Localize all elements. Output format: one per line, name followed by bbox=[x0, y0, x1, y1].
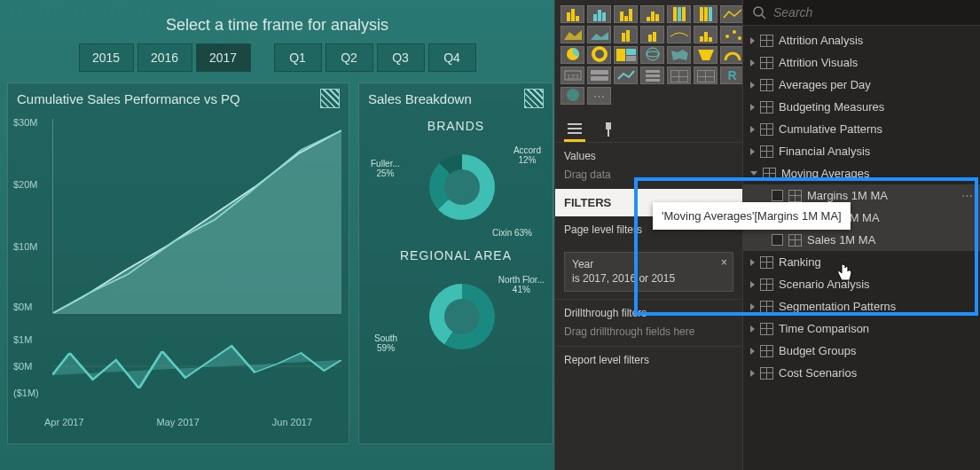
svg-point-12 bbox=[647, 48, 659, 60]
viz-100-stacked-bar-icon[interactable] bbox=[667, 5, 691, 23]
checkbox-icon[interactable] bbox=[772, 190, 783, 201]
viz-stacked-bar-icon[interactable] bbox=[561, 5, 584, 23]
table-segmentation-patterns[interactable]: Segmentation Patterns bbox=[743, 295, 980, 317]
quarter-button-q2[interactable]: Q2 bbox=[325, 43, 373, 72]
table-icon bbox=[760, 367, 773, 380]
y-tick: $30M bbox=[13, 117, 38, 128]
table-cumulative-patterns[interactable]: Cumulative Patterns bbox=[743, 118, 980, 140]
viz-funnel-icon[interactable] bbox=[694, 46, 717, 64]
brand-label: Accord12% bbox=[514, 145, 541, 165]
brands-donut[interactable]: Fuller...25% Accord12% Cixin 63% bbox=[367, 137, 545, 243]
focus-mode-icon[interactable] bbox=[320, 89, 340, 108]
viz-scatter-icon[interactable] bbox=[720, 26, 744, 43]
table-averages-per-day[interactable]: Averages per Day bbox=[743, 74, 980, 96]
viz-treemap-icon[interactable] bbox=[614, 46, 638, 64]
svg-rect-17 bbox=[591, 70, 608, 74]
focus-mode-icon[interactable] bbox=[524, 89, 544, 108]
table-icon bbox=[760, 256, 773, 269]
viz-card-icon[interactable]: 123 bbox=[561, 67, 584, 84]
table-icon bbox=[760, 145, 773, 158]
viz-100-stacked-column-icon[interactable] bbox=[694, 5, 717, 23]
field-profits-1m-ma[interactable]: Profits 1M MA bbox=[743, 207, 980, 229]
table-attrition-visuals[interactable]: Attrition Visuals bbox=[743, 51, 980, 74]
table-ranking[interactable]: Ranking bbox=[743, 251, 980, 273]
table-icon bbox=[760, 323, 773, 335]
svg-rect-24 bbox=[568, 128, 582, 129]
svg-rect-19 bbox=[646, 70, 660, 73]
table-scenario-analysis[interactable]: Scenario Analysis bbox=[743, 273, 980, 295]
table-time-comparison[interactable]: Time Comparison bbox=[743, 317, 980, 340]
svg-text:123: 123 bbox=[567, 73, 579, 81]
header-prompt: Select a time frame for analysis bbox=[7, 16, 547, 35]
quarter-button-q3[interactable]: Q3 bbox=[377, 43, 425, 72]
viz-pie-icon[interactable] bbox=[561, 46, 584, 64]
table-icon bbox=[760, 35, 773, 47]
quarter-button-q1[interactable]: Q1 bbox=[274, 43, 322, 72]
viz-import-icon[interactable]: ⋯ bbox=[587, 87, 611, 105]
svg-rect-26 bbox=[606, 122, 611, 129]
viz-clustered-bar-icon[interactable] bbox=[614, 5, 638, 23]
year-button-2015[interactable]: 2015 bbox=[79, 43, 134, 72]
viz-donut-icon[interactable] bbox=[587, 46, 611, 64]
viz-table-icon[interactable] bbox=[667, 67, 691, 84]
viz-kpi-icon[interactable] bbox=[614, 67, 638, 84]
viz-ribbon-icon[interactable] bbox=[667, 26, 691, 43]
sales-performance-panel[interactable]: Cumulative Sales Performance vs PQ $30M … bbox=[7, 82, 349, 444]
year-button-2016[interactable]: 2016 bbox=[137, 43, 192, 72]
viz-line-icon[interactable] bbox=[720, 5, 744, 23]
viz-map-icon[interactable] bbox=[640, 46, 664, 64]
field-sales-1m-ma[interactable]: Sales 1M MA bbox=[743, 229, 980, 251]
y-tick: $1M bbox=[13, 334, 32, 345]
page-filters-section: Page level filters bbox=[555, 216, 742, 245]
cumulative-chart[interactable]: $30M $20M $10M $0M bbox=[8, 114, 349, 335]
format-tab[interactable] bbox=[598, 117, 619, 142]
year-button-2017[interactable]: 2017 bbox=[196, 43, 251, 72]
viz-gauge-icon[interactable] bbox=[720, 46, 744, 64]
search-input[interactable] bbox=[773, 5, 971, 20]
search-icon bbox=[752, 5, 766, 20]
fields-tab[interactable] bbox=[564, 117, 585, 142]
table-icon bbox=[763, 168, 776, 180]
viz-r-icon[interactable]: R bbox=[720, 67, 744, 84]
svg-rect-20 bbox=[646, 74, 660, 77]
svg-point-28 bbox=[754, 7, 763, 16]
checkbox-icon[interactable] bbox=[772, 212, 783, 223]
viz-line-stacked-column-icon[interactable] bbox=[614, 26, 638, 43]
viz-multirow-card-icon[interactable] bbox=[587, 67, 611, 84]
filter-title: Year bbox=[572, 258, 725, 272]
svg-line-29 bbox=[762, 15, 765, 19]
viz-stacked-area-icon[interactable] bbox=[587, 26, 611, 43]
viz-clustered-column-icon[interactable] bbox=[640, 5, 664, 23]
field-margins-1m-ma[interactable]: Margins 1M MA⋯ bbox=[743, 184, 980, 207]
clear-filter-icon[interactable]: × bbox=[721, 256, 727, 270]
viz-slicer-icon[interactable] bbox=[640, 67, 664, 84]
table-budget-groups[interactable]: Budget Groups bbox=[743, 340, 980, 362]
quarter-button-q4[interactable]: Q4 bbox=[428, 43, 476, 72]
checkbox-icon[interactable] bbox=[772, 234, 783, 246]
viz-filled-map-icon[interactable] bbox=[667, 46, 691, 64]
viz-arcgis-icon[interactable] bbox=[561, 87, 584, 105]
viz-area-icon[interactable] bbox=[561, 26, 584, 43]
table-icon bbox=[760, 123, 773, 136]
values-drop-zone[interactable]: Drag data bbox=[564, 166, 733, 184]
viz-waterfall-icon[interactable] bbox=[694, 26, 717, 43]
brand-label: Fuller...25% bbox=[371, 159, 400, 178]
viz-line-clustered-column-icon[interactable] bbox=[640, 26, 664, 43]
search-box[interactable] bbox=[743, 0, 980, 26]
report-filters-label: Report level filters bbox=[564, 354, 733, 366]
svg-marker-2 bbox=[564, 30, 582, 40]
table-moving-averages[interactable]: Moving Averages bbox=[743, 162, 980, 184]
difference-chart[interactable]: $1M $0M ($1M) bbox=[8, 335, 349, 415]
table-financial-analysis[interactable]: Financial Analysis bbox=[743, 140, 980, 162]
region-donut[interactable]: North Flor...41% South59% bbox=[367, 266, 545, 372]
sales-breakdown-panel[interactable]: Sales Breakdown BRANDS Fuller...25% Acco… bbox=[358, 82, 553, 444]
quarter-buttons: Q1 Q2 Q3 Q4 bbox=[274, 43, 476, 72]
table-attrition-analysis[interactable]: Attrition Analysis bbox=[743, 29, 980, 51]
year-filter-chip[interactable]: Year is 2017, 2016 or 2015 × bbox=[564, 252, 733, 292]
viz-stacked-column-icon[interactable] bbox=[587, 5, 611, 23]
viz-matrix-icon[interactable] bbox=[694, 67, 717, 84]
drillthrough-drop-zone[interactable]: Drag drillthrough fields here bbox=[564, 323, 733, 341]
table-cost-scenarios[interactable]: Cost Scenarios bbox=[743, 362, 980, 384]
time-buttons-row: 2015 2016 2017 Q1 Q2 Q3 Q4 bbox=[7, 43, 547, 72]
table-budgeting-measures[interactable]: Budgeting Measures bbox=[743, 96, 980, 118]
